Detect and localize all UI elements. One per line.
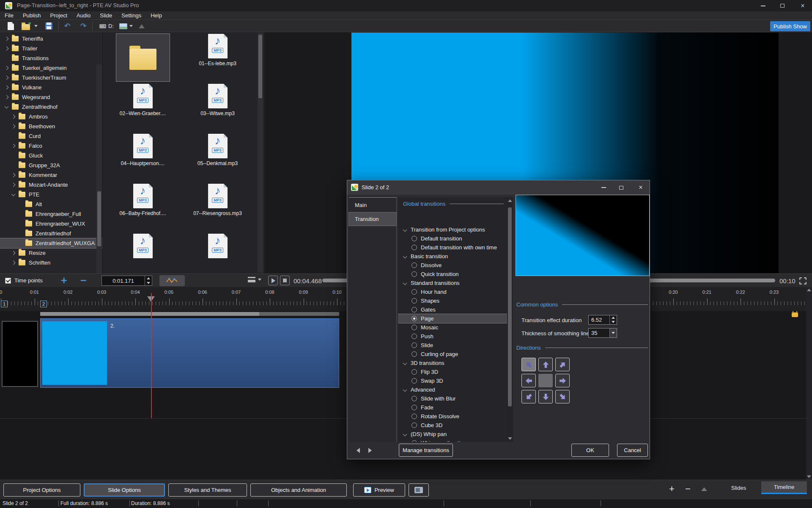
- transition-option-gates[interactable]: Gates: [398, 305, 507, 314]
- radio-icon[interactable]: [411, 334, 417, 339]
- scroll-down-icon[interactable]: [508, 437, 512, 440]
- open-project-button[interactable]: [19, 21, 32, 31]
- transition-group--ds-whip-pan[interactable]: (DS) Whip pan: [398, 430, 507, 439]
- transition-option-dissolve[interactable]: Dissolve: [398, 261, 507, 270]
- transition-group-3d-transitions[interactable]: 3D transitions: [398, 359, 507, 367]
- direction-center-button[interactable]: [538, 374, 553, 387]
- direction-right-button[interactable]: [555, 374, 570, 387]
- chevron-down-icon[interactable]: [5, 104, 9, 108]
- preview-mode-dropdown[interactable]: [118, 21, 134, 31]
- chevron-right-icon[interactable]: [11, 173, 16, 177]
- preview-button[interactable]: Preview: [353, 483, 405, 497]
- sidebar-item-schriften[interactable]: Schriften: [0, 258, 102, 268]
- sidebar-item-ambros[interactable]: Ambros: [0, 112, 102, 121]
- chevron-right-icon[interactable]: [11, 261, 16, 265]
- project-options-button[interactable]: Project Options: [3, 483, 80, 497]
- radio-icon[interactable]: [411, 342, 417, 348]
- chevron-right-icon[interactable]: [11, 251, 16, 255]
- save-button[interactable]: [43, 21, 54, 31]
- dialog-maximize-button[interactable]: [614, 182, 628, 193]
- redo-button[interactable]: ↷: [78, 21, 89, 31]
- transition-option-fade[interactable]: Fade: [398, 403, 507, 412]
- sidebar-item-gluck[interactable]: Gluck: [0, 151, 102, 160]
- sidebar-item-zentralfriedhof_wuxga[interactable]: Zentralfriedhof_WUXGA: [0, 238, 102, 248]
- sidebar-item-wegesrand[interactable]: Wegesrand: [0, 92, 102, 102]
- direction-up-button[interactable]: [538, 358, 553, 371]
- cancel-button[interactable]: Cancel: [617, 444, 648, 457]
- sidebar-item-transitions[interactable]: Transitions: [0, 53, 102, 63]
- tab-transition[interactable]: Transition: [349, 213, 396, 226]
- drive-selector[interactable]: D:: [97, 21, 116, 31]
- sidebar-item-alt[interactable]: Alt: [0, 199, 102, 209]
- file-item[interactable]: ♪MP301--Es-lebe.mp3: [180, 34, 255, 84]
- spin-up-icon[interactable]: [610, 315, 617, 320]
- sidebar-item-tuerkischertraum[interactable]: TuerkischerTraum: [0, 73, 102, 83]
- file-item[interactable]: ♪MP3: [180, 234, 255, 273]
- sidebar-item-ehrengraeber_wux[interactable]: Ehrengraeber_WUX: [0, 219, 102, 229]
- sidebar-item-resize[interactable]: Resize: [0, 248, 102, 258]
- radio-icon[interactable]: [411, 351, 417, 357]
- scroll-up-icon[interactable]: [508, 199, 512, 202]
- dropdown-arrow-icon[interactable]: [610, 329, 617, 337]
- menu-item-settings[interactable]: Settings: [117, 12, 146, 19]
- parent-folder-item[interactable]: [105, 34, 180, 84]
- chevron-down-icon[interactable]: [403, 361, 407, 365]
- sidebar-item-teneriffa[interactable]: Teneriffa: [0, 34, 102, 44]
- menu-item-audio[interactable]: Audio: [72, 12, 95, 19]
- tab-slides[interactable]: Slides: [716, 481, 761, 494]
- radio-icon[interactable]: [411, 307, 417, 312]
- transition-option-hour-hand[interactable]: Hour hand: [398, 287, 507, 296]
- slide-1-block[interactable]: [2, 321, 38, 387]
- transition-group-transition-from-project-options[interactable]: Transition from Project options: [398, 225, 507, 234]
- menu-item-file[interactable]: File: [0, 12, 18, 19]
- chevron-down-icon[interactable]: [403, 432, 407, 436]
- transition-group-advanced[interactable]: Advanced: [398, 385, 507, 394]
- zoom-in-button[interactable]: +: [669, 483, 675, 494]
- slide-2-block[interactable]: 2.: [40, 318, 339, 388]
- fit-timeline-icon[interactable]: [799, 277, 807, 286]
- chevron-down-icon[interactable]: [403, 388, 407, 392]
- chevron-down-icon[interactable]: [403, 281, 407, 285]
- chevron-right-icon[interactable]: [5, 47, 9, 51]
- previous-slide-icon[interactable]: [357, 448, 360, 453]
- transition-option-rotate-dissolve[interactable]: Rotate Dissolve: [398, 412, 507, 421]
- lock-icon[interactable]: [792, 312, 798, 317]
- transition-group-standard-transitions[interactable]: Standard transitions: [398, 279, 507, 287]
- timeline-menu-button[interactable]: [248, 277, 261, 282]
- sidebar-item-pte[interactable]: PTE: [0, 190, 102, 199]
- file-item[interactable]: ♪MP306--Baby-Friedhof....: [105, 184, 180, 234]
- chevron-right-icon[interactable]: [11, 115, 16, 119]
- transition-option-default-transition[interactable]: Default transition: [398, 234, 507, 243]
- transition-option-default-transition-with-own-time[interactable]: Default transition with own time: [398, 243, 507, 252]
- sidebar-item-trailer[interactable]: Trailer: [0, 44, 102, 53]
- sidebar-item-vulkane[interactable]: Vulkane: [0, 83, 102, 92]
- publish-show-button[interactable]: Publish Show: [770, 21, 810, 31]
- radio-icon[interactable]: [411, 396, 417, 401]
- scroll-up-icon[interactable]: [807, 289, 811, 291]
- radio-icon[interactable]: [411, 236, 417, 241]
- time-point-marker[interactable]: 1: [1, 301, 8, 307]
- chevron-right-icon[interactable]: [11, 183, 16, 187]
- slide-options-button[interactable]: Slide Options: [84, 483, 165, 497]
- playhead-line[interactable]: [151, 293, 152, 418]
- file-item[interactable]: ♪MP307--Riesengross.mp3: [180, 184, 255, 234]
- sidebar-item-tuerkei_allgemein[interactable]: Tuerkei_allgemein: [0, 63, 102, 73]
- transition-option-cube-3d[interactable]: Cube 3D: [398, 421, 507, 430]
- chevron-down-icon[interactable]: [403, 228, 407, 232]
- styles-and-themes-button[interactable]: Styles and Themes: [168, 483, 247, 497]
- thickness-dropdown[interactable]: 35: [588, 328, 617, 338]
- transition-option-shapes[interactable]: Shapes: [398, 296, 507, 305]
- file-item[interactable]: ♪MP305--Denkmal.mp3: [180, 134, 255, 184]
- tree-scrollbar[interactable]: [96, 64, 102, 273]
- collapse-panel-icon[interactable]: [701, 487, 707, 491]
- radio-icon[interactable]: [411, 414, 417, 419]
- direction-down-left-button[interactable]: [521, 390, 536, 403]
- transition-option-slide-with-blur[interactable]: Slide with Blur: [398, 394, 507, 403]
- radio-icon[interactable]: [411, 271, 417, 277]
- waveform-button[interactable]: [159, 275, 185, 286]
- transition-option-page[interactable]: Page: [398, 314, 507, 323]
- sidebar-item-kommentar[interactable]: Kommentar: [0, 170, 102, 180]
- transitions-scrollbar[interactable]: [507, 197, 513, 442]
- direction-up-right-button[interactable]: [555, 358, 570, 371]
- objects-and-animation-button[interactable]: Objects and Animation: [250, 483, 347, 497]
